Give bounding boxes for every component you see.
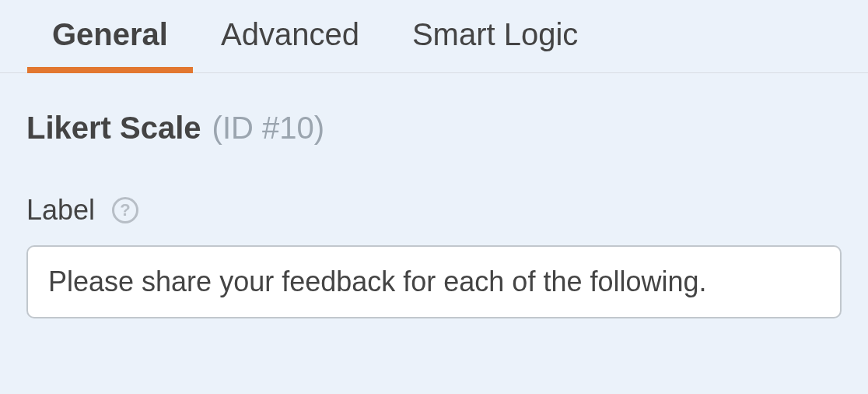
label-input[interactable] (26, 245, 842, 318)
tab-advanced[interactable]: Advanced (221, 17, 359, 72)
label-caption: Label (26, 194, 95, 227)
label-caption-row: Label (26, 194, 842, 227)
help-icon[interactable] (112, 197, 138, 223)
field-id: (ID #10) (212, 111, 325, 146)
field-type-name: Likert Scale (26, 111, 201, 146)
general-panel: Likert Scale (ID #10) Label (0, 73, 868, 318)
field-type-heading: Likert Scale (ID #10) (26, 111, 842, 146)
tabs: General Advanced Smart Logic (0, 0, 868, 73)
tab-smart-logic[interactable]: Smart Logic (412, 17, 578, 72)
tab-general[interactable]: General (52, 17, 168, 72)
label-input-wrap (26, 245, 842, 318)
